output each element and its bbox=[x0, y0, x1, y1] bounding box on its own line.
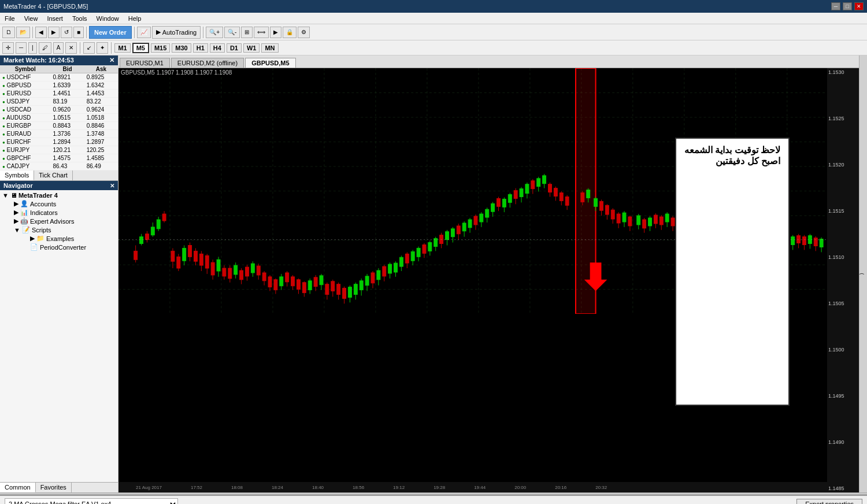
minimize-button[interactable]: ─ bbox=[831, 2, 840, 10]
period-m1-button[interactable]: M1 bbox=[114, 43, 130, 53]
new-file-button[interactable]: 🗋 bbox=[2, 27, 15, 38]
svg-rect-136 bbox=[457, 226, 460, 234]
table-row[interactable]: ● GBPUSD 1.6339 1.6342 bbox=[0, 81, 118, 90]
mw-bid: 1.6339 bbox=[50, 81, 84, 90]
nav-item-expert-advisors[interactable]: ▶ 🤖 Expert Advisors bbox=[9, 217, 118, 225]
svg-rect-185 bbox=[605, 205, 609, 214]
back-button[interactable]: ◀ bbox=[35, 27, 47, 38]
zoom-in-button[interactable]: 🔍+ bbox=[206, 27, 223, 38]
table-row[interactable]: ● EURJPY 120.21 120.25 bbox=[0, 146, 118, 154]
mw-bid: 86.43 bbox=[50, 162, 84, 171]
open-button[interactable]: 📂 bbox=[16, 27, 30, 38]
menu-view[interactable]: View bbox=[20, 14, 43, 23]
ea-icon: 🤖 bbox=[20, 217, 28, 225]
svg-rect-166 bbox=[543, 176, 546, 184]
options-button[interactable]: ⚙ bbox=[298, 27, 310, 38]
chart-tab-gbpusd-m5[interactable]: GBPUSD,M5 bbox=[245, 58, 295, 68]
nav-item-metatrader4[interactable]: ▼ 🖥 MetaTrader 4 bbox=[0, 191, 118, 199]
chart-tab-eurusd-m1[interactable]: EURUSD,M1 bbox=[120, 58, 170, 68]
period-mn-button[interactable]: MN bbox=[261, 43, 278, 53]
mw-ask: 1.6342 bbox=[84, 81, 118, 90]
nav-item-examples[interactable]: ▶ 📁 Examples bbox=[25, 234, 118, 243]
table-row[interactable]: ● EURCHF 1.2894 1.2897 bbox=[0, 138, 118, 146]
line-button[interactable]: ─ bbox=[16, 42, 27, 54]
table-row[interactable]: ● CADJPY 86.43 86.49 bbox=[0, 162, 118, 171]
svg-rect-169 bbox=[581, 193, 584, 202]
svg-rect-90 bbox=[325, 284, 329, 295]
sep-p1 bbox=[111, 42, 112, 54]
autotrading-label: AutoTrading bbox=[162, 29, 197, 36]
menu-window[interactable]: Window bbox=[92, 14, 124, 23]
tools-button[interactable]: 🖊 bbox=[39, 42, 51, 54]
time-label-4: 18:24 bbox=[272, 485, 283, 490]
status-dot: ● bbox=[2, 116, 5, 121]
table-row[interactable]: ● USDCHF 0.8921 0.8925 bbox=[0, 73, 118, 81]
navigator-close[interactable]: ✕ bbox=[110, 183, 114, 189]
period-m5-button[interactable]: M5 bbox=[132, 43, 149, 53]
crosshair-button[interactable]: ✛ bbox=[2, 42, 14, 54]
period-m30-button[interactable]: M30 bbox=[172, 43, 191, 53]
chart-canvas[interactable]: GBPUSD,M5 1.1907 1.1908 1.1907 1.1908 bbox=[118, 68, 859, 492]
chart-type-button[interactable]: 📈 bbox=[137, 27, 151, 38]
period-h1-button[interactable]: H1 bbox=[193, 43, 208, 53]
zoom-out-button[interactable]: 🔍- bbox=[224, 27, 240, 38]
move-button[interactable]: ✦ bbox=[97, 42, 108, 54]
table-row[interactable]: ● USDCAD 0.9620 0.9624 bbox=[0, 106, 118, 114]
menu-tools[interactable]: Tools bbox=[68, 14, 92, 23]
table-row[interactable]: ● USDJPY 83.19 83.22 bbox=[0, 98, 118, 106]
svg-rect-152 bbox=[502, 199, 506, 207]
svg-rect-56 bbox=[228, 268, 232, 279]
period-h4-button[interactable]: H4 bbox=[210, 43, 225, 53]
vertical-line-button[interactable]: | bbox=[28, 42, 37, 54]
folder-icon: 🖥 bbox=[10, 192, 17, 199]
nav-expand-icon-ea: ▶ bbox=[14, 217, 18, 225]
grid-button[interactable]: ⊞ bbox=[241, 27, 253, 38]
bottom-nav-tabs: Common Favorites bbox=[0, 482, 118, 492]
market-watch-close[interactable]: ✕ bbox=[109, 57, 114, 64]
mw-ask: 1.0518 bbox=[84, 114, 118, 122]
table-row[interactable]: ● AUDUSD 1.0515 1.0518 bbox=[0, 114, 118, 122]
table-row[interactable]: ● GBPCHF 1.4575 1.4585 bbox=[0, 154, 118, 162]
text-button[interactable]: A bbox=[53, 42, 64, 54]
period-d1-button[interactable]: D1 bbox=[227, 43, 242, 53]
nav-item-accounts[interactable]: ▶ 👤 Accounts bbox=[9, 199, 118, 208]
period-w1-button[interactable]: W1 bbox=[243, 43, 260, 53]
table-row[interactable]: ● EURGBP 0.8843 0.8846 bbox=[0, 122, 118, 130]
play-button[interactable]: ▶ bbox=[270, 27, 281, 38]
tab-tick-chart[interactable]: Tick Chart bbox=[34, 171, 73, 180]
tab-favorites[interactable]: Favorites bbox=[36, 483, 72, 492]
new-order-button[interactable]: New Order bbox=[89, 26, 132, 39]
mw-symbol: ● USDCAD bbox=[0, 106, 50, 114]
forward-button[interactable]: ▶ bbox=[48, 27, 60, 38]
scroll-button[interactable]: ⟺ bbox=[254, 27, 269, 38]
menu-insert[interactable]: Insert bbox=[42, 14, 68, 23]
mw-bid: 120.21 bbox=[50, 146, 84, 154]
svg-rect-70 bbox=[268, 277, 272, 287]
svg-rect-32 bbox=[157, 220, 160, 229]
svg-rect-205 bbox=[665, 214, 669, 222]
tab-common[interactable]: Common bbox=[0, 483, 36, 492]
mw-symbol: ● USDCHF bbox=[0, 73, 50, 81]
close-button[interactable]: ✕ bbox=[854, 2, 864, 10]
refresh-button[interactable]: ↺ bbox=[61, 27, 72, 38]
table-row[interactable]: ● EURAUD 1.3736 1.3748 bbox=[0, 130, 118, 138]
market-watch-table-wrap[interactable]: Symbol Bid Ask ● USDCHF 0.8921 0.8925 ● … bbox=[0, 65, 118, 171]
menu-file[interactable]: File bbox=[0, 14, 20, 23]
arrow-button[interactable]: ↙ bbox=[83, 42, 95, 54]
autotrading-button[interactable]: ▶ AutoTrading bbox=[152, 26, 201, 39]
chart-tab-eurusd-m2[interactable]: EURUSD,M2 (offline) bbox=[171, 58, 244, 68]
expert-properties-button[interactable]: Expert properties bbox=[796, 499, 862, 504]
menu-help[interactable]: Help bbox=[124, 14, 146, 23]
svg-rect-171 bbox=[587, 190, 590, 198]
stop-button[interactable]: ■ bbox=[73, 27, 84, 38]
delete-button[interactable]: ✕ bbox=[65, 42, 77, 54]
table-row[interactable]: ● EURUSD 1.4451 1.4453 bbox=[0, 90, 118, 98]
nav-item-indicators[interactable]: ▶ 📊 Indicators bbox=[9, 208, 118, 217]
nav-item-scripts[interactable]: ▼ 📝 Scripts bbox=[9, 225, 118, 234]
tab-symbols[interactable]: Symbols bbox=[0, 171, 34, 180]
period-m15-button[interactable]: M15 bbox=[151, 43, 170, 53]
lock-button[interactable]: 🔒 bbox=[283, 27, 297, 38]
ea-dropdown[interactable]: 2 MA Crosses Mega filter EA V1.ex4 bbox=[5, 498, 178, 504]
nav-item-period-converter[interactable]: 📄 PeriodConverter bbox=[25, 243, 118, 251]
maximize-button[interactable]: □ bbox=[843, 2, 852, 10]
